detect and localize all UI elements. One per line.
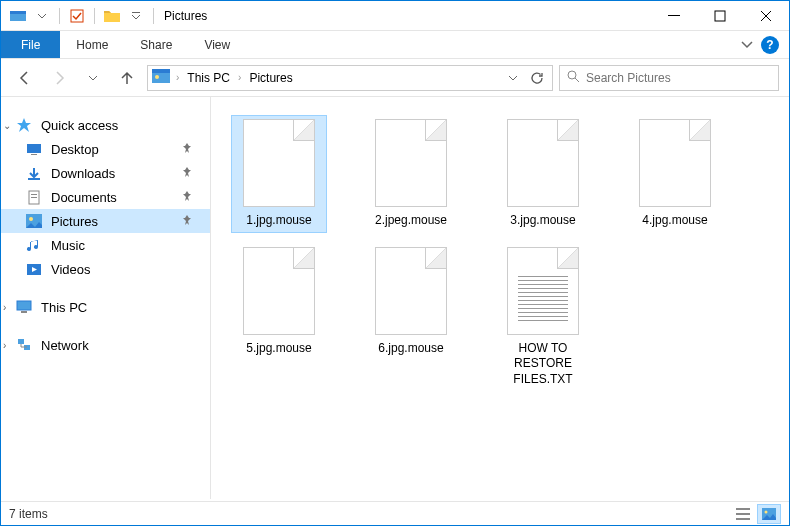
pictures-location-icon — [152, 69, 170, 87]
help-button[interactable]: ? — [761, 36, 779, 54]
separator — [153, 8, 154, 24]
sidebar-item-documents[interactable]: Documents — [1, 185, 210, 209]
sidebar-item-label: Desktop — [51, 142, 99, 157]
properties-icon[interactable] — [66, 5, 88, 27]
ribbon-expand-icon[interactable] — [741, 36, 753, 54]
pin-icon — [182, 142, 192, 156]
search-box[interactable] — [559, 65, 779, 91]
file-item[interactable]: 4.jpg.mouse — [627, 115, 723, 233]
file-item[interactable]: 2.jpeg.mouse — [363, 115, 459, 233]
svg-rect-2 — [71, 10, 83, 22]
videos-icon — [25, 260, 43, 278]
qat-dropdown[interactable] — [31, 5, 53, 27]
network-icon — [15, 336, 33, 354]
forward-button[interactable] — [45, 64, 73, 92]
sidebar-item-videos[interactable]: Videos — [1, 257, 210, 281]
svg-rect-12 — [28, 178, 40, 180]
window-controls — [651, 1, 789, 31]
svg-rect-24 — [736, 513, 750, 515]
sidebar-item-pictures[interactable]: Pictures — [1, 209, 210, 233]
sidebar-item-music[interactable]: Music — [1, 233, 210, 257]
chevron-right-icon[interactable]: › — [238, 72, 241, 83]
details-view-button[interactable] — [731, 504, 755, 524]
file-thumbnail — [507, 247, 579, 335]
up-button[interactable] — [113, 64, 141, 92]
qat-dropdown-2[interactable] — [125, 5, 147, 27]
maximize-button[interactable] — [697, 1, 743, 31]
svg-point-17 — [29, 217, 33, 221]
separator — [59, 8, 60, 24]
file-tab[interactable]: File — [1, 31, 60, 58]
this-pc-header[interactable]: › This PC — [1, 295, 210, 319]
thumbnails-view-button[interactable] — [757, 504, 781, 524]
file-item[interactable]: 6.jpg.mouse — [363, 243, 459, 392]
search-input[interactable] — [586, 71, 772, 85]
recent-locations-button[interactable] — [79, 64, 107, 92]
svg-rect-20 — [21, 311, 27, 313]
navigation-pane: ⌄ Quick access DesktopDownloadsDocuments… — [1, 97, 211, 499]
chevron-down-icon: ⌄ — [3, 120, 11, 131]
sidebar-item-label: Downloads — [51, 166, 115, 181]
title-bar: Pictures — [1, 1, 789, 31]
svg-rect-5 — [715, 11, 725, 21]
chevron-right-icon: › — [3, 302, 6, 313]
sidebar-item-downloads[interactable]: Downloads — [1, 161, 210, 185]
svg-rect-25 — [736, 518, 750, 520]
svg-rect-3 — [132, 12, 140, 13]
file-item[interactable]: 5.jpg.mouse — [231, 243, 327, 392]
sidebar-item-label: Documents — [51, 190, 117, 205]
file-thumbnail — [507, 119, 579, 207]
refresh-button[interactable] — [526, 67, 548, 89]
file-name: HOW TO RESTORE FILES.TXT — [499, 341, 587, 388]
pc-icon — [15, 298, 33, 316]
file-name: 5.jpg.mouse — [235, 341, 323, 357]
sidebar-item-desktop[interactable]: Desktop — [1, 137, 210, 161]
separator — [94, 8, 95, 24]
sidebar-item-label: Pictures — [51, 214, 98, 229]
svg-rect-15 — [31, 197, 37, 198]
svg-point-9 — [568, 71, 576, 79]
minimize-button[interactable] — [651, 1, 697, 31]
documents-icon — [25, 188, 43, 206]
address-dropdown-button[interactable] — [502, 67, 524, 89]
tab-share[interactable]: Share — [124, 31, 188, 58]
music-icon — [25, 236, 43, 254]
crumb-pictures[interactable]: Pictures — [247, 69, 294, 87]
svg-rect-23 — [736, 508, 750, 510]
sidebar-item-label: Music — [51, 238, 85, 253]
chevron-right-icon: › — [3, 340, 6, 351]
file-item[interactable]: 1.jpg.mouse — [231, 115, 327, 233]
svg-point-27 — [765, 510, 768, 513]
file-item[interactable]: 3.jpg.mouse — [495, 115, 591, 233]
file-name: 4.jpg.mouse — [631, 213, 719, 229]
svg-rect-19 — [17, 301, 31, 310]
network-header[interactable]: › Network — [1, 333, 210, 357]
search-icon — [566, 69, 580, 87]
quick-access-label: Quick access — [41, 118, 118, 133]
file-item[interactable]: HOW TO RESTORE FILES.TXT — [495, 243, 591, 392]
this-pc-label: This PC — [41, 300, 87, 315]
status-bar: 7 items — [1, 501, 789, 525]
pin-icon — [182, 166, 192, 180]
file-name: 2.jpeg.mouse — [367, 213, 455, 229]
svg-rect-11 — [31, 154, 37, 155]
file-thumbnail — [243, 247, 315, 335]
folder-icon — [101, 5, 123, 27]
svg-rect-1 — [10, 11, 26, 14]
back-button[interactable] — [11, 64, 39, 92]
svg-point-8 — [155, 75, 159, 79]
desktop-icon — [25, 140, 43, 158]
svg-rect-4 — [668, 15, 680, 16]
quick-access-header[interactable]: ⌄ Quick access — [1, 113, 210, 137]
item-count: 7 items — [9, 507, 48, 521]
tab-home[interactable]: Home — [60, 31, 124, 58]
chevron-right-icon[interactable]: › — [176, 72, 179, 83]
tab-view[interactable]: View — [188, 31, 246, 58]
crumb-this-pc[interactable]: This PC — [185, 69, 232, 87]
address-bar[interactable]: › This PC › Pictures — [147, 65, 553, 91]
pictures-icon — [25, 212, 43, 230]
close-button[interactable] — [743, 1, 789, 31]
file-thumbnail — [375, 247, 447, 335]
file-name: 1.jpg.mouse — [235, 213, 323, 229]
file-thumbnail — [375, 119, 447, 207]
